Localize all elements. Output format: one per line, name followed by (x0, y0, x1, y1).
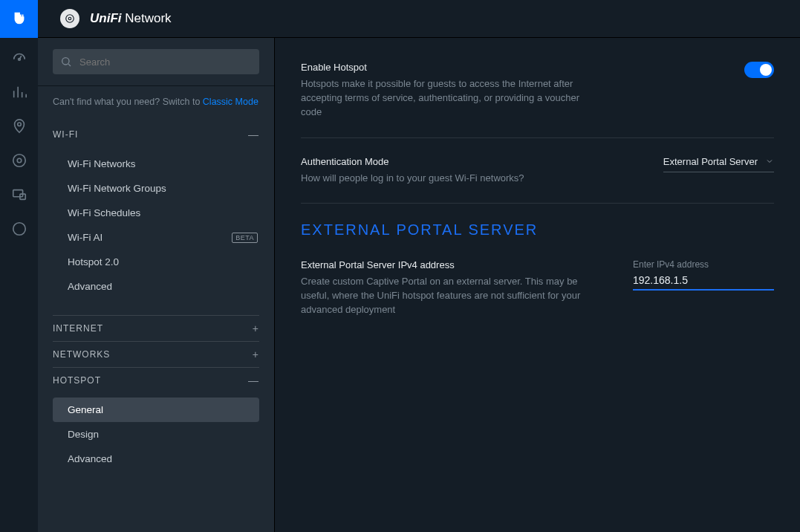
nav-item-hotspot-general[interactable]: General (53, 398, 259, 422)
nav-item-wifi-network-groups[interactable]: Wi-Fi Network Groups (53, 176, 259, 201)
top-bar: UniFi Network (0, 0, 800, 38)
section-header-hotspot[interactable]: HOTSPOT — (53, 367, 259, 393)
search-input[interactable] (79, 56, 252, 68)
classic-mode-link[interactable]: Classic Mode (203, 97, 258, 107)
ubiquiti-logo[interactable] (0, 0, 38, 38)
svg-point-8 (13, 223, 25, 236)
dashboard-icon[interactable] (11, 50, 27, 66)
section-header-internet[interactable]: INTERNET + (53, 315, 259, 341)
network-app-icon (60, 9, 79, 28)
nav-item-wifi-networks[interactable]: Wi-Fi Networks (53, 152, 259, 176)
section-header-wifi[interactable]: WI-FI — (53, 122, 259, 147)
enable-hotspot-toggle[interactable] (744, 62, 774, 78)
clients-icon[interactable] (11, 186, 27, 203)
search-icon (60, 56, 72, 68)
svg-point-1 (68, 17, 71, 20)
auth-mode-dropdown[interactable]: External Portal Server (663, 156, 774, 172)
svg-point-0 (66, 15, 74, 23)
svg-point-9 (62, 58, 69, 65)
collapse-icon: — (248, 375, 259, 386)
svg-point-3 (17, 123, 21, 126)
settings-content: Enable Hotspot Hotspots make it possible… (275, 38, 800, 532)
expand-icon: + (253, 349, 259, 360)
collapse-icon: — (248, 129, 259, 140)
auth-mode-label: Authentication Mode (301, 156, 588, 167)
devices-icon[interactable] (11, 152, 27, 169)
settings-nav-panel: Can't find what you need? Switch to Clas… (38, 38, 275, 532)
ext-portal-ip-placeholder-label: Enter IPv4 address (633, 259, 774, 270)
toggle-knob-icon (760, 64, 772, 76)
expand-icon: + (253, 323, 259, 334)
auth-mode-desc: How will people log in to your guest Wi-… (301, 172, 588, 186)
nav-item-wifi-advanced[interactable]: Advanced (53, 274, 259, 299)
statistics-icon[interactable] (11, 84, 27, 100)
map-icon[interactable] (11, 118, 27, 134)
chevron-down-icon (765, 157, 774, 166)
search-box[interactable] (53, 49, 259, 74)
nav-item-hotspot-design[interactable]: Design (53, 422, 259, 447)
section-header-networks[interactable]: NETWORKS + (53, 341, 259, 367)
nav-item-wifi-ai[interactable]: Wi-Fi AI BETA (53, 225, 259, 250)
app-logo[interactable]: UniFi Network (60, 9, 172, 28)
ext-portal-ip-desc: Create custom Captive Portal on an exter… (301, 275, 588, 317)
auth-mode-value: External Portal Server (663, 156, 758, 167)
section-body-hotspot: General Design Advanced (53, 393, 259, 487)
section-body-wifi: Wi-Fi Networks Wi-Fi Network Groups Wi-F… (53, 147, 259, 315)
beta-badge: BETA (232, 233, 258, 243)
ext-portal-ip-label: External Portal Server IPv4 address (301, 259, 588, 270)
nav-item-wifi-schedules[interactable]: Wi-Fi Schedules (53, 201, 259, 225)
enable-hotspot-label: Enable Hotspot (301, 62, 588, 73)
external-portal-section-title: EXTERNAL PORTAL SERVER (301, 221, 774, 239)
nav-item-hotspot20[interactable]: Hotspot 2.0 (53, 250, 259, 274)
app-name: UniFi Network (90, 11, 172, 26)
ext-portal-ip-input[interactable] (633, 273, 774, 291)
enable-hotspot-desc: Hotspots make it possible for guests to … (301, 77, 588, 120)
settings-icon[interactable] (11, 221, 27, 237)
svg-point-5 (17, 158, 22, 163)
nav-item-hotspot-advanced[interactable]: Advanced (53, 447, 259, 471)
svg-rect-6 (13, 190, 22, 197)
classic-mode-hint: Can't find what you need? Switch to Clas… (38, 86, 274, 107)
svg-point-4 (13, 155, 25, 167)
nav-rail (0, 38, 38, 532)
